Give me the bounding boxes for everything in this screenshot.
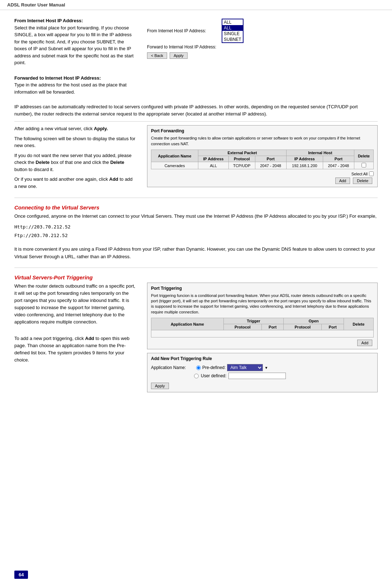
divider-2	[14, 198, 378, 198]
td-int-ip: 192.168.1.200	[286, 162, 323, 169]
ip-form-widget: From Internet Host IP Address: ALL ALL S…	[147, 19, 378, 59]
divider-3	[14, 268, 378, 268]
add-rule-apply-button[interactable]: Apply	[151, 383, 169, 389]
th-internal: Internal Host	[286, 150, 354, 156]
connecting-heading: Connecting to the Virtual Servers	[14, 204, 378, 211]
forward-host-row: Forward to Internal Host IP Address:	[147, 44, 378, 49]
pf-table-header-top: Application Name External Packet Interna…	[151, 150, 374, 156]
example2: Ftp://203.70.212.52	[14, 232, 378, 239]
add-rule-title: Add New Port Triggering Rule	[151, 356, 374, 361]
after-adding-p4: Or if you want to add another one again,…	[14, 176, 136, 190]
option-all[interactable]: ALL	[222, 19, 243, 25]
user-defined-radio[interactable]	[194, 374, 199, 378]
td-ext-ip: ALL	[198, 162, 229, 169]
vs-pt-left: When the router detects outbound traffic…	[14, 283, 136, 393]
add-rule-box: Add New Port Triggering Rule Application…	[147, 353, 378, 392]
from-host-dropdown[interactable]: ALL ALL SINGLE SUBNET	[222, 19, 244, 43]
back-button[interactable]: < Back	[147, 52, 167, 59]
connecting-body: Once configured, anyone on the Internet …	[14, 213, 378, 220]
pt-th-o-port: Port	[322, 324, 344, 330]
th-external: External Packet	[198, 150, 287, 156]
add-rule-app-row: Application Name: Pre-defined: Aim Talk …	[151, 364, 374, 371]
pt-desc: Port triggering funcion is a conditional…	[151, 293, 374, 315]
pt-th-open: Open	[284, 318, 344, 324]
select-all-checkbox[interactable]	[369, 171, 374, 176]
pt-table: Application Name Trigger Open Delete Pro…	[151, 318, 374, 337]
td-int-port: 2047 - 2048	[323, 162, 354, 169]
user-defined-label: User defined:	[201, 373, 226, 378]
user-defined-input[interactable]	[228, 373, 286, 379]
td-app-name: Camerades	[151, 162, 198, 169]
after-adding-line3c: button to discard it.	[14, 167, 54, 172]
after-adding-line4: Or if you want to add another one again,…	[14, 176, 108, 182]
pt-add-row: Add	[151, 340, 374, 346]
divider-1	[14, 121, 378, 122]
add-rule-apply-row: Apply	[151, 383, 374, 389]
option-single[interactable]: SINGLE	[222, 31, 243, 37]
after-adding-line1: After adding a new virtual server, click	[14, 126, 93, 131]
th-app-name: Application Name	[151, 150, 198, 162]
forwarded-to-body: Type in the address for the host used as…	[14, 82, 127, 95]
from-internet-title: From Internet Host IP Address:	[14, 18, 83, 23]
from-internet-right: From Internet Host IP Address: ALL ALL S…	[147, 17, 378, 98]
apply-button[interactable]: Apply	[170, 52, 188, 59]
pt-th-t-port: Port	[261, 324, 283, 330]
pf-delete-button[interactable]: Delete	[353, 178, 372, 184]
pt-title: Port Triggering	[151, 286, 374, 291]
pt-th-delete: Delete	[344, 318, 373, 330]
td-protocol: TCP/UDP	[228, 162, 255, 169]
td-del-check[interactable]	[354, 162, 373, 169]
from-host-label: From Internet Host IP Address:	[147, 28, 219, 33]
after-adding-line3b: box of that one and click the	[51, 160, 109, 165]
pt-empty-row	[151, 330, 374, 337]
pf-add-button[interactable]: Add	[335, 178, 350, 184]
ip-redirect-text: IP addresses can be automatically redire…	[14, 103, 378, 118]
form-buttons: < Back Apply	[147, 52, 378, 59]
page-badge: 64	[14, 571, 28, 579]
after-adding-section: After adding a new virtual server, click…	[14, 125, 378, 193]
add-rule-user-row: User defined:	[194, 373, 374, 379]
from-host-dropdown-container: ALL ALL SINGLE SUBNET	[222, 19, 244, 43]
pt-th-t-proto: Protocol	[223, 324, 261, 330]
content-area: From Internet Host IP Address: Select th…	[0, 10, 392, 414]
select-arrow-icon: ▼	[264, 366, 268, 370]
from-host-row: From Internet Host IP Address: ALL ALL S…	[147, 19, 378, 43]
pt-add-button[interactable]: Add	[357, 340, 372, 346]
add-bold: Add	[85, 336, 94, 341]
vs-pt-heading: Virtual Servers-Port Triggering	[14, 274, 378, 280]
after-adding-left: After adding a new virtual server, click…	[14, 125, 136, 193]
port-forwarding-widget: Port Forwarding Create the port forwardi…	[147, 125, 378, 193]
pf-add-delete-row: Add Delete	[151, 178, 374, 184]
connecting-section: Connecting to the Virtual Servers Once c…	[14, 204, 378, 260]
pf-widget-box: Port Forwarding Create the port forwardi…	[147, 125, 378, 187]
table-row: Camerades ALL TCP/UDP 2047 - 2048 192.16…	[151, 162, 374, 169]
th-port: Port	[255, 156, 286, 162]
th-int-ip: IP Address	[286, 156, 323, 162]
example1: Http://203.70.212.52	[14, 223, 378, 231]
after-adding-add: Add	[109, 176, 118, 182]
pt-th-app: Application Name	[151, 318, 224, 330]
predefined-label: Pre-defined:	[202, 365, 226, 370]
option-all-selected[interactable]: ALL	[222, 25, 243, 31]
predefined-select[interactable]: Aim Talk	[227, 364, 263, 371]
to-add-text: To add a new port triggering, click	[14, 336, 84, 341]
from-internet-section: From Internet Host IP Address: Select th…	[14, 17, 378, 98]
th-ip: IP Address	[198, 156, 229, 162]
after-adding-p3: If you do not want the new server that y…	[14, 152, 136, 173]
page-header: ADSL Router User Manual	[0, 0, 392, 10]
pf-desc: Create the port forwarding rules to allo…	[151, 136, 374, 147]
after-adding-apply: Apply.	[94, 126, 108, 131]
pt-header-top: Application Name Trigger Open Delete	[151, 318, 374, 324]
after-adding-p1: After adding a new virtual server, click…	[14, 125, 136, 132]
from-internet-body: Select the initial place for port forwar…	[14, 25, 133, 66]
after-adding-p2: The following screen will be shown to di…	[14, 135, 136, 149]
vs-port-triggering-section: Virtual Servers-Port Triggering When the…	[14, 274, 378, 393]
td-port: 2047 - 2048	[255, 162, 286, 169]
pt-widget-box: Port Triggering Port triggering funcion …	[147, 283, 378, 350]
from-internet-left: From Internet Host IP Address: Select th…	[14, 17, 136, 98]
vs-pt-body: When the router detects outbound traffic…	[14, 283, 136, 326]
option-subnet[interactable]: SUBNET	[222, 37, 243, 42]
delete-checkbox[interactable]	[362, 163, 366, 167]
predefined-radio[interactable]	[196, 365, 201, 370]
pt-empty-cell	[151, 330, 374, 337]
